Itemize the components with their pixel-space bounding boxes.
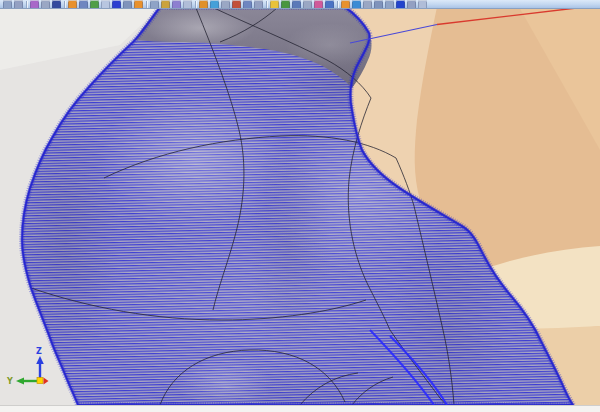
- toolbar: [0, 0, 600, 9]
- toolbar-icon-28[interactable]: [325, 0, 334, 9]
- toolbar-icon-30[interactable]: [352, 0, 361, 9]
- toolbar-icon-33[interactable]: [385, 0, 394, 9]
- toolbar-icon-19[interactable]: [221, 0, 230, 9]
- toolbar-icon-14[interactable]: [161, 0, 170, 9]
- toolbar-icon-08[interactable]: [90, 0, 99, 9]
- cad-app-window: Z Y: [0, 0, 600, 412]
- toolbar-icon-31[interactable]: [363, 0, 372, 9]
- toolbar-icon-27[interactable]: [314, 0, 323, 9]
- toolbar-icon-36[interactable]: [418, 0, 427, 9]
- toolbar-icon-21[interactable]: [243, 0, 252, 9]
- toolbar-icon-07[interactable]: [79, 0, 88, 9]
- toolbar-icon-04[interactable]: [41, 0, 50, 9]
- separator: [195, 1, 196, 9]
- toolbar-icon-05[interactable]: [52, 0, 61, 9]
- toolbar-icon-15[interactable]: [172, 0, 181, 9]
- toolbar-icon-06[interactable]: [68, 0, 77, 9]
- toolbar-icon-12[interactable]: [134, 0, 143, 9]
- toolbar-icon-01[interactable]: [3, 0, 12, 9]
- toolbar-icon-24[interactable]: [281, 0, 290, 9]
- toolbar-icon-25[interactable]: [292, 0, 301, 9]
- separator: [26, 1, 27, 9]
- toolbar-icon-29[interactable]: [341, 0, 350, 9]
- toolbar-icon-13[interactable]: [150, 0, 159, 9]
- toolbar-icon-16[interactable]: [183, 0, 192, 9]
- toolbar-icon-22[interactable]: [254, 0, 263, 9]
- toolbar-icon-32[interactable]: [374, 0, 383, 9]
- toolbar-icon-18[interactable]: [210, 0, 219, 9]
- toolbar-icon-20[interactable]: [232, 0, 241, 9]
- toolbar-icon-11[interactable]: [123, 0, 132, 9]
- axis-z-label: Z: [36, 347, 42, 356]
- separator: [266, 1, 267, 9]
- separator: [146, 1, 147, 9]
- origin-marker: [37, 378, 43, 384]
- toolbar-icon-23[interactable]: [270, 0, 279, 9]
- separator: [64, 1, 65, 9]
- toolbar-icon-26[interactable]: [303, 0, 312, 9]
- status-strip: [0, 405, 600, 412]
- toolbar-icon-17[interactable]: [199, 0, 208, 9]
- separator: [337, 1, 338, 9]
- axis-y-label: Y: [6, 377, 13, 386]
- graphics-viewport[interactable]: Z Y: [0, 0, 600, 412]
- toolbar-icon-10[interactable]: [112, 0, 121, 9]
- toolbar-icon-02[interactable]: [14, 0, 23, 9]
- toolbar-icon-03[interactable]: [30, 0, 39, 9]
- toolbar-icon-35[interactable]: [407, 0, 416, 9]
- toolbar-icon-09[interactable]: [101, 0, 110, 9]
- toolbar-icon-34[interactable]: [396, 0, 405, 9]
